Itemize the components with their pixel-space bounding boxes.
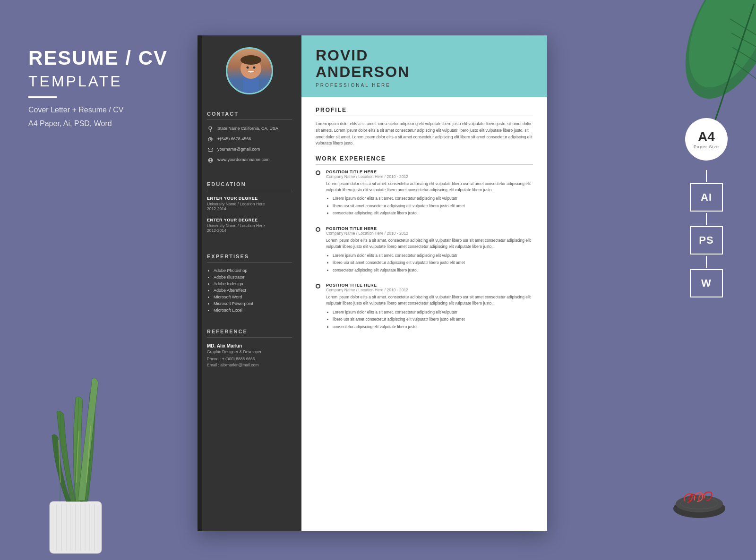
contact-address: State Name California, CA, USA (207, 126, 292, 132)
candidate-name: ROVID ANDERSON (316, 47, 533, 80)
expertise-item: Adobe Aftereffect (214, 288, 292, 293)
work-bullets-1: Lorem ipsum dolor elits a sit amet. cons… (326, 195, 533, 217)
profile-photo (226, 47, 273, 94)
person-illustration (227, 49, 272, 93)
ps-format-badge: PS (690, 226, 723, 255)
resume-header: ROVID ANDERSON PROFESSIONAL HERE (301, 35, 547, 97)
expertise-item: Adobe Indesign (214, 281, 292, 286)
resume-body: PROFILE Lorem ipsum dolor elits a sit am… (301, 97, 547, 349)
title-divider (28, 96, 57, 98)
phone-icon: ☎ (207, 136, 214, 143)
badge-connector-line-2 (706, 213, 707, 225)
ai-format-badge: AI (690, 183, 723, 212)
left-panel-title: RESUME / CV TEMPLATE Cover Letter + Resu… (28, 47, 168, 131)
education-entry-2: ENTER YOUR DEGREE University Name / Loca… (207, 218, 292, 233)
work-dot-3 (316, 284, 320, 288)
contact-email: yourname@gmail.com (207, 146, 292, 153)
expertise-item: Microsoft Word (214, 295, 292, 299)
work-entry-3: POSITION TITLE HERE Company Name / Locat… (316, 283, 533, 331)
expertise-item: Microsoft Powerpoint (214, 301, 292, 306)
a4-badge: A4 Paper Size (685, 118, 728, 161)
email-icon (207, 146, 214, 153)
work-body-3: POSITION TITLE HERE Company Name / Locat… (326, 283, 533, 331)
resume-content: ROVID ANDERSON PROFESSIONAL HERE PROFILE… (301, 35, 547, 531)
location-icon (207, 126, 214, 132)
work-bullets-3: Lorem ipsum dolor elits a sit amet. cons… (326, 309, 533, 331)
contact-website: www.yourdomainname.com (207, 157, 292, 163)
contact-phone: ☎ +(545) 6678 4566 (207, 136, 292, 143)
expertise-item: Adobe Illustrator (214, 275, 292, 280)
svg-point-25 (209, 127, 212, 129)
work-entry-2: POSITION TITLE HERE Company Name / Locat… (316, 226, 533, 274)
badge-connector-line-3 (706, 256, 707, 268)
contact-section: CONTACT State Name California, CA, USA ☎… (198, 104, 301, 174)
svg-point-22 (241, 55, 261, 65)
plant-decoration (9, 341, 142, 560)
main-title: RESUME / CV TEMPLATE (28, 47, 168, 91)
svg-point-23 (247, 67, 249, 69)
work-experience-section: WORK EXPERIENCE POSITION TITLE HERE Comp… (316, 155, 533, 331)
education-title: EDUCATION (207, 181, 292, 190)
web-icon (207, 157, 214, 163)
reference-title: REFERENCE (207, 329, 292, 338)
reference-section: REFERENCE MD. Alix Markin Graphic Design… (198, 322, 301, 375)
work-body-1: POSITION TITLE HERE Company Name / Locat… (326, 170, 533, 218)
resume-left-stripe (198, 35, 202, 531)
profile-section: PROFILE Lorem ipsum dolor elits a sit am… (316, 107, 533, 146)
resume-sidebar: CONTACT State Name California, CA, USA ☎… (198, 35, 301, 531)
resume-document: CONTACT State Name California, CA, USA ☎… (198, 35, 547, 531)
w-format-badge: W (690, 269, 723, 297)
profile-section-title: PROFILE (316, 107, 533, 116)
svg-point-24 (253, 67, 256, 69)
education-entry-1: ENTER YOUR DEGREE University Name / Loca… (207, 196, 292, 211)
work-section-title: WORK EXPERIENCE (316, 155, 533, 165)
svg-point-1 (672, 0, 756, 100)
expertises-section: EXPERTISES Adobe Photoshop Adobe Illustr… (198, 246, 301, 322)
expertises-title: EXPERTISES (207, 254, 292, 263)
reference-contact: Phone : + (000) 8888 6666 Email : alixma… (207, 356, 292, 368)
svg-text:☎: ☎ (209, 138, 213, 141)
work-dot-2 (316, 227, 320, 232)
profile-text: Lorem ipsum dolor elits a sit amet. cons… (316, 121, 533, 146)
work-dot-1 (316, 170, 320, 175)
professional-title: PROFESSIONAL HERE (316, 83, 533, 88)
work-bullets-2: Lorem ipsum dolor elits a sit amet. cons… (326, 253, 533, 274)
badge-connector-line (706, 170, 707, 182)
work-entry-1: POSITION TITLE HERE Company Name / Locat… (316, 170, 533, 218)
subtitle: Cover Letter + Resume / CV A4 Paper, Ai,… (28, 103, 168, 131)
paperclip-bowl-area (671, 483, 728, 522)
work-body-2: POSITION TITLE HERE Company Name / Locat… (326, 226, 533, 274)
education-section: EDUCATION ENTER YOUR DEGREE University N… (198, 174, 301, 246)
expertise-item: Adobe Photoshop (214, 268, 292, 273)
contact-title: CONTACT (207, 111, 292, 120)
expertise-item: Microsoft Excel (214, 308, 292, 313)
right-panel-badges: A4 Paper Size AI PS W (685, 118, 728, 299)
expertise-list: Adobe Photoshop Adobe Illustrator Adobe … (207, 268, 292, 313)
profile-photo-area (198, 35, 301, 104)
